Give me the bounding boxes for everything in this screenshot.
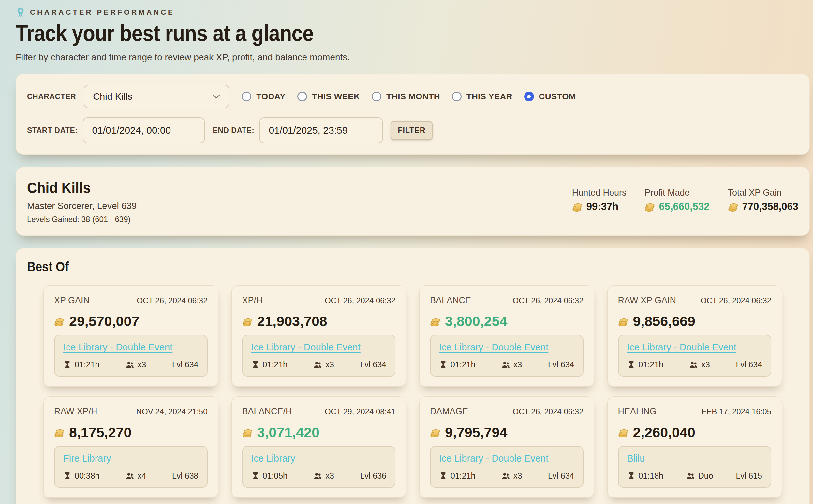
eyebrow-label: CHARACTER PERFORMANCE bbox=[30, 8, 175, 17]
hunt-location-link[interactable]: Ice Library - Double Event bbox=[439, 342, 548, 352]
card-metric-label: DAMAGE bbox=[430, 407, 468, 417]
card-date: OCT 26, 2024 06:32 bbox=[701, 296, 771, 305]
hunt-level: Lvl 634 bbox=[548, 471, 574, 481]
end-date-label: END DATE: bbox=[213, 126, 254, 135]
radio-today bbox=[242, 92, 251, 101]
hunt-duration: 01:05h bbox=[251, 471, 288, 481]
end-date-input[interactable] bbox=[259, 117, 383, 143]
character-levels-gained: Levels Gained: 38 (601 - 639) bbox=[27, 215, 137, 224]
filter-button[interactable]: FILTER bbox=[391, 121, 433, 140]
hunt-session: Ice Library - Double Event 01:21h x3 Lvl… bbox=[430, 446, 584, 488]
hunt-location-link[interactable]: Blilu bbox=[627, 453, 645, 464]
hunt-session: Blilu 01:18h Duo Lvl 615 bbox=[618, 446, 772, 488]
radio-custom bbox=[524, 92, 534, 101]
stat-total-xp-gain: Total XP Gain 770,358,063 bbox=[728, 188, 798, 224]
character-identity: Chid Kills Master Sorcerer, Level 639 Le… bbox=[27, 179, 137, 224]
hunt-level: Lvl 638 bbox=[172, 471, 199, 481]
hunt-duration: 01:21h bbox=[439, 360, 475, 369]
hunt-party-size: x3 bbox=[313, 360, 334, 369]
hunt-party-size: Duo bbox=[686, 471, 713, 481]
chevron-down-icon bbox=[213, 95, 220, 99]
card-metric-label: RAW XP GAIN bbox=[618, 295, 676, 305]
coins-icon bbox=[430, 316, 442, 327]
card-date: OCT 26, 2024 06:32 bbox=[512, 296, 583, 305]
hunt-party-size: x4 bbox=[126, 471, 146, 481]
hunt-location-link[interactable]: Ice Library - Double Event bbox=[251, 342, 361, 352]
hunt-party-size: x3 bbox=[313, 471, 334, 481]
card-value: 29,570,007 bbox=[54, 313, 208, 329]
time-range-group: TODAY THIS WEEK THIS MONTH THIS YEAR CUS… bbox=[242, 92, 576, 102]
card-metric-label: RAW XP/H bbox=[54, 407, 97, 417]
best-of-card: BALANCE OCT 26, 2024 06:32 3,800,254 Ice… bbox=[419, 285, 594, 387]
best-of-panel: Best Of XP GAIN OCT 26, 2024 06:32 29,57… bbox=[16, 248, 810, 504]
stat-value: 770,358,063 bbox=[728, 201, 798, 213]
hunt-location-link[interactable]: Fire Library bbox=[63, 453, 111, 464]
best-of-card: XP/H OCT 26, 2024 06:32 21,903,708 Ice L… bbox=[231, 285, 407, 387]
hunt-session: Ice Library - Double Event 01:21h x3 Lvl… bbox=[430, 335, 584, 377]
stat-value: 65,660,532 bbox=[644, 201, 709, 213]
character-label: CHARACTER bbox=[27, 92, 76, 101]
best-of-card: RAW XP GAIN OCT 26, 2024 06:32 9,856,669… bbox=[607, 285, 782, 387]
character-select-value: Chid Kills bbox=[93, 91, 132, 102]
hunt-level: Lvl 634 bbox=[736, 360, 762, 369]
card-date: OCT 26, 2024 06:32 bbox=[325, 296, 395, 305]
medal-icon bbox=[16, 7, 25, 18]
radio-option-this-week[interactable]: THIS WEEK bbox=[297, 92, 360, 102]
coins-icon bbox=[54, 316, 66, 327]
best-of-card: RAW XP/H NOV 24, 2024 21:50 8,175,270 Fi… bbox=[43, 396, 218, 498]
hunt-session: Ice Library - Double Event 01:21h x3 Lvl… bbox=[54, 335, 208, 377]
radio-option-this-year[interactable]: THIS YEAR bbox=[452, 92, 512, 102]
hunt-session: Ice Library - Double Event 01:21h x3 Lvl… bbox=[242, 335, 396, 377]
card-value: 2,260,040 bbox=[618, 424, 772, 440]
coins-icon bbox=[618, 427, 630, 438]
page-header: CHARACTER PERFORMANCE bbox=[16, 7, 810, 18]
stat-hunted-hours: Hunted Hours 99:37h bbox=[572, 188, 627, 224]
card-date: OCT 26, 2024 06:32 bbox=[137, 296, 207, 305]
radio-option-this-month[interactable]: THIS MONTH bbox=[372, 92, 440, 102]
card-value: 9,795,794 bbox=[430, 424, 584, 440]
start-date-input[interactable] bbox=[83, 117, 205, 143]
hunt-party-size: x3 bbox=[689, 360, 710, 369]
radio-option-custom[interactable]: CUSTOM bbox=[524, 92, 576, 102]
hunt-duration: 01:21h bbox=[63, 360, 99, 369]
character-summary-card: Chid Kills Master Sorcerer, Level 639 Le… bbox=[16, 167, 810, 236]
hunt-party-size: x3 bbox=[501, 471, 522, 481]
card-metric-label: HEALING bbox=[618, 407, 657, 417]
party-icon bbox=[686, 472, 695, 480]
radio-option-today[interactable]: TODAY bbox=[242, 92, 286, 102]
coins-icon bbox=[572, 201, 584, 212]
hunt-duration: 01:18h bbox=[627, 471, 663, 481]
card-date: OCT 26, 2024 06:32 bbox=[512, 407, 583, 416]
coins-icon bbox=[242, 316, 254, 327]
hourglass-icon bbox=[251, 472, 259, 480]
card-metric-label: BALANCE/H bbox=[242, 407, 292, 417]
hunt-location-link[interactable]: Ice Library - Double Event bbox=[439, 453, 548, 464]
hunt-duration: 00:38h bbox=[63, 471, 99, 481]
hunt-location-link[interactable]: Ice Library - Double Event bbox=[63, 342, 172, 352]
party-icon bbox=[126, 361, 134, 368]
hunt-duration: 01:21h bbox=[439, 471, 475, 481]
hourglass-icon bbox=[439, 361, 447, 369]
card-value: 3,071,420 bbox=[242, 424, 396, 440]
stat-value: 99:37h bbox=[572, 201, 627, 213]
hunt-session: Ice Library - Double Event 01:21h x3 Lvl… bbox=[618, 335, 772, 377]
hunt-level: Lvl 636 bbox=[360, 471, 386, 481]
coins-icon bbox=[618, 316, 630, 327]
hunt-session: Ice Library 01:05h x3 Lvl 636 bbox=[242, 446, 396, 488]
radio-this-year bbox=[452, 92, 462, 101]
hourglass-icon bbox=[251, 361, 259, 369]
best-of-card: BALANCE/H OCT 29, 2024 08:41 3,071,420 I… bbox=[231, 396, 407, 498]
character-select[interactable]: Chid Kills bbox=[84, 85, 229, 108]
card-value: 21,903,708 bbox=[242, 313, 396, 329]
party-icon bbox=[689, 361, 698, 368]
start-date-label: START DATE: bbox=[27, 126, 78, 135]
hourglass-icon bbox=[63, 472, 71, 480]
hunt-location-link[interactable]: Ice Library - Double Event bbox=[627, 342, 736, 352]
card-date: NOV 24, 2024 21:50 bbox=[136, 407, 208, 416]
best-of-heading: Best Of bbox=[27, 259, 721, 274]
radio-this-month bbox=[372, 92, 381, 101]
hunt-location-link[interactable]: Ice Library bbox=[251, 453, 295, 464]
hunt-party-size: x3 bbox=[126, 360, 146, 369]
character-performance-page: CHARACTER PERFORMANCE Track your best ru… bbox=[0, 0, 813, 504]
party-icon bbox=[126, 472, 134, 480]
